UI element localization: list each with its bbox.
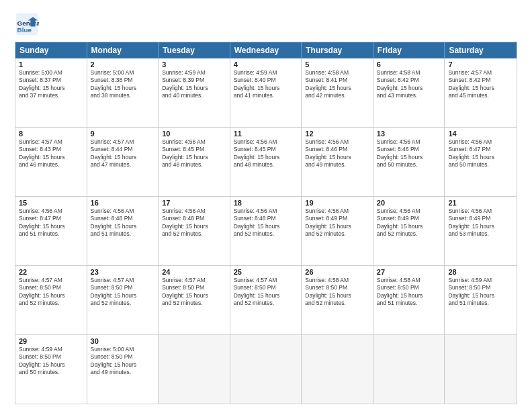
calendar-cell: 27Sunrise: 4:58 AM Sunset: 8:50 PM Dayli…	[373, 266, 445, 334]
calendar-cell: 9Sunrise: 4:57 AM Sunset: 8:44 PM Daylig…	[87, 128, 159, 196]
day-number: 6	[377, 60, 441, 68]
cell-info: Sunrise: 4:59 AM Sunset: 8:39 PM Dayligh…	[162, 69, 226, 100]
calendar-cell: 26Sunrise: 4:58 AM Sunset: 8:50 PM Dayli…	[302, 266, 373, 334]
day-number: 17	[162, 199, 226, 207]
calendar-row: 8Sunrise: 4:57 AM Sunset: 8:43 PM Daylig…	[15, 127, 517, 196]
calendar: SundayMondayTuesdayWednesdayThursdayFrid…	[15, 42, 517, 404]
day-number: 20	[377, 199, 441, 207]
svg-text:Blue: Blue	[17, 26, 32, 34]
cell-info: Sunrise: 4:56 AM Sunset: 8:48 PM Dayligh…	[234, 208, 298, 238]
day-number: 25	[234, 268, 298, 276]
calendar-cell	[373, 335, 445, 404]
cell-info: Sunrise: 4:56 AM Sunset: 8:46 PM Dayligh…	[305, 138, 369, 169]
calendar-cell: 1Sunrise: 5:00 AM Sunset: 8:37 PM Daylig…	[15, 58, 87, 127]
cell-info: Sunrise: 4:56 AM Sunset: 8:45 PM Dayligh…	[234, 138, 298, 169]
calendar-row: 29Sunrise: 4:59 AM Sunset: 8:50 PM Dayli…	[15, 334, 517, 404]
calendar-header-cell: Saturday	[445, 42, 517, 58]
calendar-cell: 22Sunrise: 4:57 AM Sunset: 8:50 PM Dayli…	[15, 266, 87, 334]
calendar-cell: 8Sunrise: 4:57 AM Sunset: 8:43 PM Daylig…	[15, 128, 87, 196]
day-number: 19	[305, 199, 369, 207]
cell-info: Sunrise: 4:58 AM Sunset: 8:50 PM Dayligh…	[377, 277, 441, 308]
calendar-header-cell: Friday	[373, 42, 445, 58]
calendar-header-cell: Wednesday	[230, 42, 302, 58]
calendar-cell: 20Sunrise: 4:56 AM Sunset: 8:49 PM Dayli…	[373, 197, 445, 265]
day-number: 27	[377, 268, 441, 276]
calendar-cell: 30Sunrise: 5:00 AM Sunset: 8:50 PM Dayli…	[87, 335, 159, 404]
day-number: 28	[448, 268, 513, 276]
day-number: 12	[305, 130, 369, 138]
calendar-cell: 29Sunrise: 4:59 AM Sunset: 8:50 PM Dayli…	[15, 335, 87, 404]
calendar-cell	[159, 335, 230, 404]
calendar-cell: 12Sunrise: 4:56 AM Sunset: 8:46 PM Dayli…	[302, 128, 373, 196]
day-number: 30	[91, 337, 155, 345]
day-number: 21	[448, 199, 513, 207]
calendar-header-cell: Thursday	[302, 42, 373, 58]
calendar-cell: 2Sunrise: 5:00 AM Sunset: 8:38 PM Daylig…	[87, 58, 159, 127]
cell-info: Sunrise: 4:56 AM Sunset: 8:47 PM Dayligh…	[19, 208, 83, 238]
day-number: 5	[305, 60, 369, 68]
calendar-cell: 17Sunrise: 4:56 AM Sunset: 8:48 PM Dayli…	[159, 197, 230, 265]
calendar-header-cell: Monday	[87, 42, 159, 58]
day-number: 11	[234, 130, 298, 138]
day-number: 9	[91, 130, 155, 138]
calendar-header-cell: Tuesday	[159, 42, 230, 58]
day-number: 29	[19, 337, 83, 345]
calendar-cell: 13Sunrise: 4:56 AM Sunset: 8:46 PM Dayli…	[373, 128, 445, 196]
calendar-cell: 24Sunrise: 4:57 AM Sunset: 8:50 PM Dayli…	[159, 266, 230, 334]
calendar-cell: 10Sunrise: 4:56 AM Sunset: 8:45 PM Dayli…	[159, 128, 230, 196]
calendar-cell	[230, 335, 302, 404]
calendar-cell: 4Sunrise: 4:59 AM Sunset: 8:40 PM Daylig…	[230, 58, 302, 127]
calendar-cell: 25Sunrise: 4:57 AM Sunset: 8:50 PM Dayli…	[230, 266, 302, 334]
calendar-row: 1Sunrise: 5:00 AM Sunset: 8:37 PM Daylig…	[15, 58, 517, 127]
day-number: 15	[19, 199, 83, 207]
day-number: 22	[19, 268, 83, 276]
day-number: 2	[91, 60, 155, 68]
day-number: 13	[377, 130, 441, 138]
cell-info: Sunrise: 4:57 AM Sunset: 8:42 PM Dayligh…	[448, 69, 513, 100]
cell-info: Sunrise: 4:56 AM Sunset: 8:45 PM Dayligh…	[162, 138, 226, 169]
calendar-cell: 23Sunrise: 4:57 AM Sunset: 8:50 PM Dayli…	[87, 266, 159, 334]
cell-info: Sunrise: 4:56 AM Sunset: 8:49 PM Dayligh…	[377, 208, 441, 238]
day-number: 16	[91, 199, 155, 207]
cell-info: Sunrise: 4:56 AM Sunset: 8:48 PM Dayligh…	[162, 208, 226, 238]
cell-info: Sunrise: 4:57 AM Sunset: 8:44 PM Dayligh…	[91, 138, 155, 169]
calendar-cell: 15Sunrise: 4:56 AM Sunset: 8:47 PM Dayli…	[15, 197, 87, 265]
day-number: 1	[19, 60, 83, 68]
cell-info: Sunrise: 4:56 AM Sunset: 8:48 PM Dayligh…	[91, 208, 155, 238]
calendar-cell: 11Sunrise: 4:56 AM Sunset: 8:45 PM Dayli…	[230, 128, 302, 196]
calendar-header-row: SundayMondayTuesdayWednesdayThursdayFrid…	[15, 42, 517, 58]
cell-info: Sunrise: 4:59 AM Sunset: 8:50 PM Dayligh…	[19, 346, 83, 377]
day-number: 14	[448, 130, 513, 138]
day-number: 23	[91, 268, 155, 276]
calendar-header-cell: Sunday	[15, 42, 87, 58]
calendar-cell	[302, 335, 373, 404]
calendar-cell: 3Sunrise: 4:59 AM Sunset: 8:39 PM Daylig…	[159, 58, 230, 127]
cell-info: Sunrise: 4:58 AM Sunset: 8:50 PM Dayligh…	[305, 277, 369, 308]
calendar-cell: 18Sunrise: 4:56 AM Sunset: 8:48 PM Dayli…	[230, 197, 302, 265]
cell-info: Sunrise: 4:56 AM Sunset: 8:49 PM Dayligh…	[448, 208, 513, 238]
calendar-cell: 16Sunrise: 4:56 AM Sunset: 8:48 PM Dayli…	[87, 197, 159, 265]
cell-info: Sunrise: 4:58 AM Sunset: 8:42 PM Dayligh…	[377, 69, 441, 100]
calendar-cell	[445, 335, 517, 404]
cell-info: Sunrise: 5:00 AM Sunset: 8:38 PM Dayligh…	[91, 69, 155, 100]
day-number: 18	[234, 199, 298, 207]
day-number: 8	[19, 130, 83, 138]
day-number: 7	[448, 60, 513, 68]
cell-info: Sunrise: 4:57 AM Sunset: 8:50 PM Dayligh…	[19, 277, 83, 308]
cell-info: Sunrise: 4:58 AM Sunset: 8:41 PM Dayligh…	[305, 69, 369, 100]
calendar-cell: 19Sunrise: 4:56 AM Sunset: 8:49 PM Dayli…	[302, 197, 373, 265]
cell-info: Sunrise: 5:00 AM Sunset: 8:50 PM Dayligh…	[91, 346, 155, 377]
header: General Blue	[15, 12, 517, 36]
page: General Blue SundayMondayTuesdayWednesda…	[0, 0, 532, 411]
cell-info: Sunrise: 4:57 AM Sunset: 8:50 PM Dayligh…	[162, 277, 226, 308]
calendar-row: 22Sunrise: 4:57 AM Sunset: 8:50 PM Dayli…	[15, 265, 517, 334]
calendar-cell: 5Sunrise: 4:58 AM Sunset: 8:41 PM Daylig…	[302, 58, 373, 127]
day-number: 10	[162, 130, 226, 138]
day-number: 3	[162, 60, 226, 68]
day-number: 4	[234, 60, 298, 68]
cell-info: Sunrise: 4:56 AM Sunset: 8:49 PM Dayligh…	[305, 208, 369, 238]
logo: General Blue	[15, 12, 42, 36]
cell-info: Sunrise: 4:59 AM Sunset: 8:50 PM Dayligh…	[448, 277, 513, 308]
day-number: 24	[162, 268, 226, 276]
cell-info: Sunrise: 4:59 AM Sunset: 8:40 PM Dayligh…	[234, 69, 298, 100]
